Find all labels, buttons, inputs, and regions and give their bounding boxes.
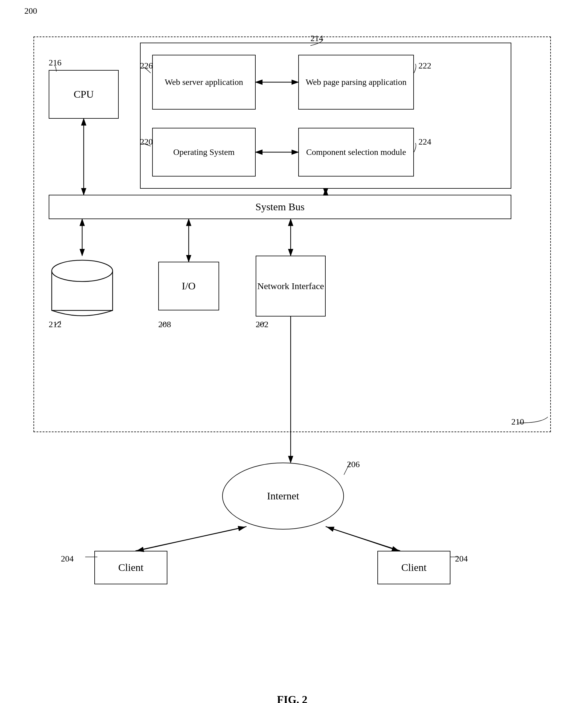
ref-222: 222	[419, 61, 431, 71]
network-interface-box: Network Interface	[255, 256, 326, 316]
ref-224: 224	[419, 137, 431, 147]
ref-226: 226	[140, 61, 153, 71]
ref-208: 208	[158, 320, 171, 329]
network-interface-label: Network Interface	[257, 280, 324, 293]
operating-system-box: Operating System	[152, 128, 255, 176]
client-left-label: Client	[118, 562, 143, 573]
ref-206: 206	[347, 460, 360, 469]
ref-212: 212	[49, 320, 62, 329]
cpu-box: CPU	[49, 70, 119, 119]
svg-point-1	[52, 260, 113, 282]
io-box: I/O	[158, 262, 219, 310]
system-bus-label: System Bus	[255, 201, 305, 213]
web-page-parsing-label: Web page parsing application	[306, 77, 406, 88]
ref-204-right: 204	[455, 554, 468, 564]
database-cylinder	[49, 256, 116, 316]
ref-214: 214	[310, 33, 323, 43]
component-selection-label: Component selection module	[306, 147, 406, 158]
cpu-label: CPU	[74, 89, 94, 100]
ref-220: 220	[140, 137, 153, 147]
client-right-label: Client	[401, 562, 426, 573]
web-server-label: Web server application	[165, 77, 243, 88]
ref-210: 210	[511, 417, 524, 427]
svg-line-14	[135, 527, 245, 551]
svg-line-15	[327, 527, 400, 551]
ref-204-left: 204	[61, 554, 74, 564]
web-server-box: Web server application	[152, 55, 255, 109]
ref-200: 200	[24, 6, 37, 16]
client-box-left: Client	[94, 551, 167, 584]
ref-202: 202	[255, 320, 269, 329]
system-bus-box: System Bus	[49, 195, 511, 219]
ref-216: 216	[49, 58, 62, 68]
web-page-parsing-box: Web page parsing application	[298, 55, 414, 109]
internet-ellipse: Internet	[222, 463, 344, 530]
internet-label: Internet	[267, 490, 299, 502]
svg-line-12	[137, 527, 246, 551]
figure-label: FIG. 2	[277, 693, 307, 703]
svg-line-13	[326, 527, 399, 551]
component-selection-box: Component selection module	[298, 128, 414, 176]
io-label: I/O	[182, 280, 196, 292]
client-box-right: Client	[377, 551, 450, 584]
operating-system-label: Operating System	[173, 147, 234, 158]
